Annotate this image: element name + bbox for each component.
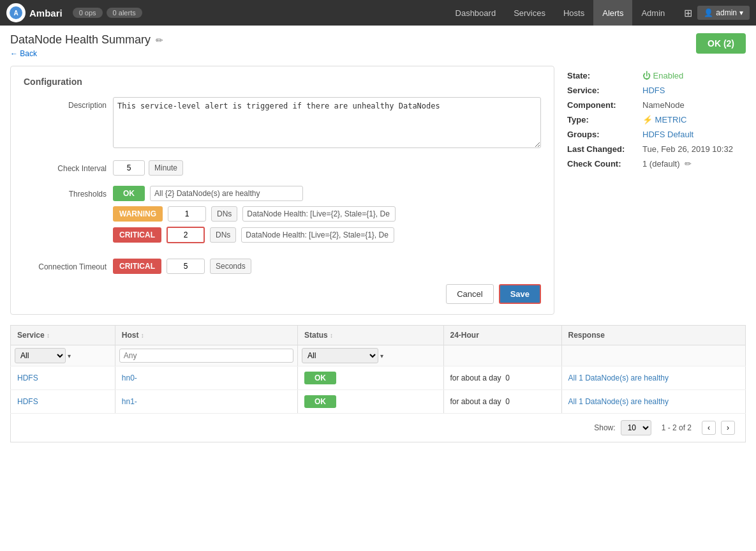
row2-service-link[interactable]: HDFS: [17, 397, 38, 406]
check-count-text: 1 (default): [642, 159, 680, 169]
title-edit-icon[interactable]: ✏: [156, 35, 163, 45]
row2-response-link[interactable]: All 1 DataNode(s) are healthy: [568, 397, 669, 406]
user-menu-button[interactable]: 👤 admin ▾: [697, 6, 750, 20]
type-key: Type:: [567, 115, 637, 125]
table-filter-row: All ▾ All ▾: [11, 345, 746, 366]
ok-button[interactable]: OK (2): [696, 33, 746, 54]
threshold-warning-button[interactable]: WARNING: [113, 206, 163, 222]
show-select[interactable]: 10 25 50: [621, 420, 651, 435]
info-check-count-row: Check Count: 1 (default) ✏: [567, 159, 746, 169]
info-component-row: Component: NameNode: [567, 100, 746, 110]
col-service-label: Service: [17, 331, 45, 340]
state-value: ⏻ Enabled: [642, 71, 683, 80]
threshold-warning-text-input[interactable]: [242, 206, 396, 222]
row1-service: HDFS: [11, 366, 115, 390]
prev-page-button[interactable]: ‹: [702, 421, 716, 435]
row1-24hour-text: for about a day: [450, 374, 501, 382]
connection-timeout-critical-badge[interactable]: CRITICAL: [113, 259, 161, 274]
check-interval-input[interactable]: [113, 160, 145, 176]
check-interval-unit: Minute: [149, 160, 183, 176]
threshold-critical-row: CRITICAL DNs: [113, 227, 541, 243]
filter-response-cell: [561, 345, 746, 366]
filter-service-select[interactable]: All: [15, 348, 66, 363]
threshold-critical-text-input[interactable]: [241, 227, 394, 243]
table-body: HDFS hn0- OK for about a day 0 All 1 Dat…: [11, 366, 746, 414]
last-changed-key: Last Changed:: [567, 144, 637, 154]
col-24hour: 24-Hour: [443, 326, 561, 345]
table-row: HDFS hn0- OK for about a day 0 All 1 Dat…: [11, 366, 746, 390]
connection-timeout-unit: Seconds: [210, 259, 251, 274]
ops-badge[interactable]: 0 ops: [73, 8, 103, 18]
user-label: admin: [716, 8, 737, 17]
back-link[interactable]: ← Back: [10, 49, 163, 58]
filter-host-input[interactable]: [119, 349, 293, 363]
row2-24hour-text: for about a day: [450, 397, 501, 406]
page-title-area: DataNode Health Summary ✏ ← Back: [10, 33, 163, 58]
sort-service-icon[interactable]: ↕: [47, 332, 50, 339]
sort-host-icon[interactable]: ↕: [141, 332, 144, 339]
page-title-text: DataNode Health Summary: [10, 33, 151, 47]
sort-status-icon[interactable]: ↕: [330, 332, 333, 339]
threshold-ok-text[interactable]: [150, 186, 303, 201]
check-count-key: Check Count:: [567, 159, 637, 169]
groups-value[interactable]: HDFS Default: [642, 130, 693, 139]
row1-24hour: for about a day 0: [443, 366, 561, 390]
service-key: Service:: [567, 86, 637, 95]
filter-status-caret: ▾: [380, 352, 383, 359]
service-value[interactable]: HDFS: [642, 86, 665, 95]
page-info: 1 - 2 of 2: [662, 423, 692, 432]
check-count-value: 1 (default) ✏: [642, 159, 692, 169]
col-service: Service ↕: [11, 326, 115, 345]
row1-response-link[interactable]: All 1 DataNode(s) are healthy: [568, 374, 669, 382]
filter-service-caret: ▾: [68, 352, 71, 359]
filter-status-select[interactable]: All: [302, 348, 378, 363]
alerts-badge[interactable]: 0 alerts: [107, 8, 142, 18]
type-value: ⚡ METRIC: [642, 115, 686, 125]
nav-links: Dashboard Services Hosts Alerts Admin: [447, 0, 674, 26]
filter-24hour-cell: [443, 345, 561, 366]
config-title: Configuration: [24, 77, 541, 87]
check-interval-label: Check Interval: [24, 160, 107, 173]
connection-timeout-value-input[interactable]: [167, 259, 205, 274]
nav-dashboard[interactable]: Dashboard: [447, 0, 505, 26]
threshold-critical-button[interactable]: CRITICAL: [113, 227, 161, 243]
threshold-warning-row: WARNING DNs: [113, 206, 541, 222]
description-control: This service-level alert is triggered if…: [113, 97, 541, 150]
threshold-critical-value-input[interactable]: [167, 227, 205, 243]
check-interval-control: Minute: [113, 160, 541, 176]
row2-host-link[interactable]: hn1-: [122, 397, 137, 406]
row1-host: hn0-: [115, 366, 297, 390]
threshold-ok-button[interactable]: OK: [113, 186, 145, 201]
save-button[interactable]: Save: [499, 284, 541, 304]
check-count-edit-icon[interactable]: ✏: [685, 159, 692, 169]
main-content: Configuration Description This service-l…: [0, 61, 756, 320]
grid-icon[interactable]: ⊞: [684, 7, 692, 19]
filter-service-cell: All ▾: [11, 345, 115, 366]
user-icon: 👤: [704, 8, 713, 17]
nav-right: ⊞ 👤 admin ▾: [684, 6, 750, 20]
form-buttons: Cancel Save: [24, 284, 541, 304]
config-panel: Configuration Description This service-l…: [10, 66, 554, 315]
row1-host-link[interactable]: hn0-: [122, 374, 137, 382]
nav-hosts[interactable]: Hosts: [554, 0, 593, 26]
threshold-warning-value-input[interactable]: [168, 206, 206, 222]
col-host: Host ↕: [115, 326, 297, 345]
cancel-button[interactable]: Cancel: [446, 284, 493, 304]
nav-services[interactable]: Services: [505, 0, 554, 26]
nav-admin[interactable]: Admin: [632, 0, 674, 26]
nav-alerts[interactable]: Alerts: [593, 0, 632, 26]
logo-icon: A: [6, 3, 26, 22]
info-service-row: Service: HDFS: [567, 86, 746, 95]
row1-service-link[interactable]: HDFS: [17, 374, 38, 382]
row1-status: OK: [298, 366, 444, 390]
check-interval-row: Check Interval Minute: [24, 160, 541, 176]
next-page-button[interactable]: ›: [721, 421, 735, 435]
description-textarea[interactable]: This service-level alert is triggered if…: [113, 97, 541, 148]
col-response: Response: [561, 326, 746, 345]
alerts-table: Service ↕ Host ↕ Status ↕ 24-Hour Respon…: [10, 325, 746, 414]
app-logo: A Ambari: [6, 3, 63, 22]
description-label: Description: [24, 97, 107, 110]
col-status: Status ↕: [298, 326, 444, 345]
row1-status-badge: OK: [304, 372, 336, 384]
info-state-row: State: ⏻ Enabled: [567, 71, 746, 80]
